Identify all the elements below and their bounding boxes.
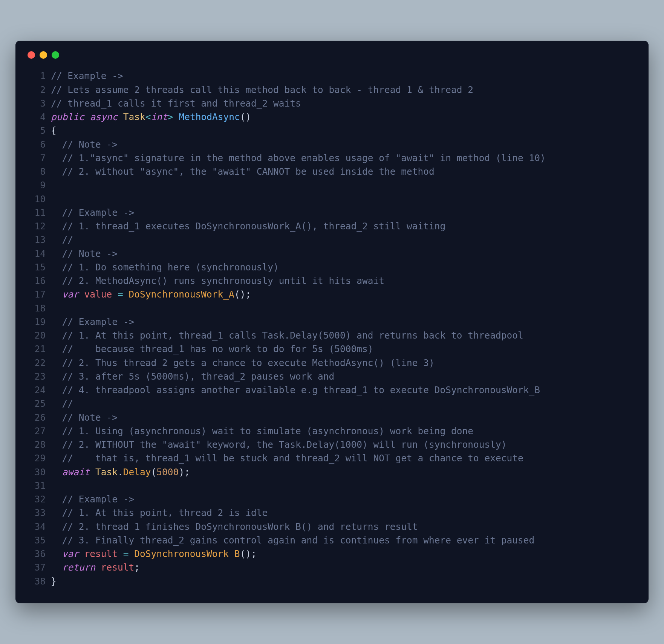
line-content: // thread_1 calls it first and thread_2 …	[51, 97, 636, 110]
code-line: 21 // because thread_1 has no work to do…	[28, 342, 636, 356]
code-line: 34 // 2. thread_1 finishes DoSynchronous…	[28, 520, 636, 534]
code-line: 32 // Example ->	[28, 493, 636, 506]
line-number: 34	[28, 520, 46, 534]
code-line: 16 // 2. MethodAsync() runs synchronousl…	[28, 274, 636, 288]
code-line: 37 return result;	[28, 561, 636, 574]
code-line: 8 // 2. without "async", the "await" CAN…	[28, 165, 636, 179]
line-content	[51, 192, 636, 206]
code-line: 15 // 1. Do something here (synchronousl…	[28, 261, 636, 274]
code-line: 3// thread_1 calls it first and thread_2…	[28, 97, 636, 110]
code-line: 38}	[28, 575, 636, 588]
line-number: 10	[28, 192, 46, 206]
line-content: // 2. WITHOUT the "await" keyword, the T…	[51, 438, 636, 452]
line-content: // 2. Thus thread_2 gets a chance to exe…	[51, 356, 636, 370]
code-line: 23 // 3. after 5s (5000ms), thread_2 pau…	[28, 370, 636, 383]
line-number: 5	[28, 124, 46, 137]
line-number: 7	[28, 151, 46, 165]
line-number: 36	[28, 547, 46, 561]
line-number: 16	[28, 274, 46, 288]
line-number: 18	[28, 302, 46, 315]
code-line: 33 // 1. At this point, thread_2 is idle	[28, 506, 636, 520]
line-content: // 1. At this point, thread_2 is idle	[51, 506, 636, 520]
line-content: // Lets assume 2 threads call this metho…	[51, 83, 636, 97]
code-area: 1// Example ->2// Lets assume 2 threads …	[28, 69, 636, 588]
line-content: // 2. thread_1 finishes DoSynchronousWor…	[51, 520, 636, 534]
code-line: 12 // 1. thread_1 executes DoSynchronous…	[28, 220, 636, 233]
line-content: // 3. after 5s (5000ms), thread_2 pauses…	[51, 370, 636, 383]
close-icon[interactable]	[28, 51, 35, 59]
line-content: // Example ->	[51, 206, 636, 220]
code-line: 26 // Note ->	[28, 411, 636, 424]
code-line: 25 //	[28, 397, 636, 411]
line-number: 13	[28, 233, 46, 247]
line-content: // Note ->	[51, 411, 636, 424]
line-content: return result;	[51, 561, 636, 574]
maximize-icon[interactable]	[52, 51, 59, 59]
line-number: 27	[28, 424, 46, 438]
line-number: 3	[28, 97, 46, 110]
minimize-icon[interactable]	[40, 51, 47, 59]
code-line: 29 // that is, thread_1 will be stuck an…	[28, 452, 636, 465]
line-content: // because thread_1 has no work to do fo…	[51, 342, 636, 356]
line-number: 24	[28, 383, 46, 397]
line-number: 29	[28, 452, 46, 465]
line-content: var value = DoSynchronousWork_A();	[51, 288, 636, 301]
line-content: await Task.Delay(5000);	[51, 465, 636, 479]
code-line: 28 // 2. WITHOUT the "await" keyword, th…	[28, 438, 636, 452]
line-content: // 2. without "async", the "await" CANNO…	[51, 165, 636, 179]
line-number: 20	[28, 329, 46, 342]
code-line: 35 // 3. Finally thread_2 gains control …	[28, 534, 636, 547]
line-number: 38	[28, 575, 46, 588]
code-line: 6 // Note ->	[28, 138, 636, 151]
line-content: // Example ->	[51, 315, 636, 329]
line-content: // 1."async" signature in the method abo…	[51, 151, 636, 165]
code-line: 10	[28, 192, 636, 206]
code-line: 2// Lets assume 2 threads call this meth…	[28, 83, 636, 97]
line-content	[51, 479, 636, 493]
line-content	[51, 302, 636, 315]
code-line: 9	[28, 179, 636, 192]
line-number: 33	[28, 506, 46, 520]
line-number: 21	[28, 342, 46, 356]
line-number: 23	[28, 370, 46, 383]
line-content: //	[51, 233, 636, 247]
line-number: 12	[28, 220, 46, 233]
line-content: }	[51, 575, 636, 588]
line-content: // 1. Do something here (synchronously)	[51, 261, 636, 274]
line-number: 37	[28, 561, 46, 574]
line-number: 2	[28, 83, 46, 97]
line-content: // 1. Using (asynchronous) wait to simul…	[51, 424, 636, 438]
code-line: 1// Example ->	[28, 69, 636, 83]
line-number: 26	[28, 411, 46, 424]
line-content: // 4. threadpool assigns another availab…	[51, 383, 636, 397]
line-number: 28	[28, 438, 46, 452]
line-content: // Note ->	[51, 247, 636, 261]
code-line: 20 // 1. At this point, thread_1 calls T…	[28, 329, 636, 342]
window-traffic-lights	[28, 51, 636, 59]
line-number: 19	[28, 315, 46, 329]
line-number: 25	[28, 397, 46, 411]
line-content: // Example ->	[51, 69, 636, 83]
line-content: // Note ->	[51, 138, 636, 151]
line-number: 31	[28, 479, 46, 493]
line-content: // 2. MethodAsync() runs synchronously u…	[51, 274, 636, 288]
code-line: 18	[28, 302, 636, 315]
line-content: //	[51, 397, 636, 411]
line-number: 30	[28, 465, 46, 479]
line-content: // 3. Finally thread_2 gains control aga…	[51, 534, 636, 547]
line-number: 17	[28, 288, 46, 301]
code-line: 14 // Note ->	[28, 247, 636, 261]
line-content: var result = DoSynchronousWork_B();	[51, 547, 636, 561]
line-content: // 1. thread_1 executes DoSynchronousWor…	[51, 220, 636, 233]
line-content	[51, 179, 636, 192]
code-line: 5{	[28, 124, 636, 137]
line-content: public async Task<int> MethodAsync()	[51, 110, 636, 124]
line-number: 22	[28, 356, 46, 370]
code-line: 36 var result = DoSynchronousWork_B();	[28, 547, 636, 561]
code-line: 27 // 1. Using (asynchronous) wait to si…	[28, 424, 636, 438]
line-number: 8	[28, 165, 46, 179]
code-line: 4public async Task<int> MethodAsync()	[28, 110, 636, 124]
code-line: 22 // 2. Thus thread_2 gets a chance to …	[28, 356, 636, 370]
code-line: 24 // 4. threadpool assigns another avai…	[28, 383, 636, 397]
line-number: 35	[28, 534, 46, 547]
